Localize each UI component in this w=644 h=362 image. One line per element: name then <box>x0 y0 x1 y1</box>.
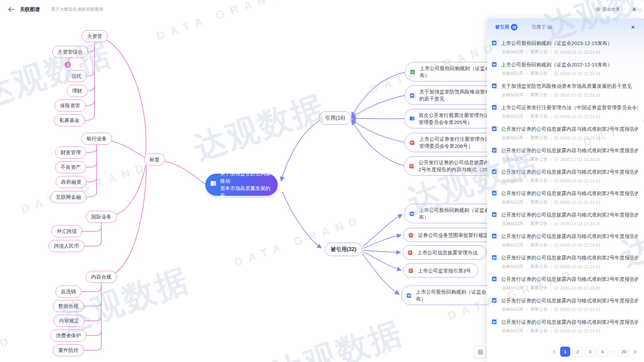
doc-green-icon: X <box>410 69 416 75</box>
document-tag: 重要公告 <box>530 199 548 205</box>
doc-word-icon: W <box>410 92 416 98</box>
svg-text:W: W <box>493 299 496 302</box>
word-doc-icon: W <box>492 168 498 176</box>
document-list-item[interactable]: W 公开发行证券的公司信息披露内容与格式准则第2号年度报告的内... 金融知识库… <box>487 123 644 144</box>
document-time: 2020-12-21 22:23:31 <box>554 264 601 269</box>
mindmap-group-node[interactable]: 国际业务 <box>86 211 117 223</box>
mindmap-leaf-node[interactable]: 案件防控 <box>53 344 84 356</box>
clock-icon <box>554 157 558 162</box>
citing-doc-node[interactable]: P上市公司信息披露管理办法 <box>402 245 486 259</box>
collapsed-count-badge[interactable]: 3 <box>65 62 71 68</box>
mindmap-tag-node[interactable]: 标签 <box>144 154 165 166</box>
exit-fullscreen-button[interactable]: 退出全屏 <box>596 0 620 19</box>
document-source: 金融知识库 <box>502 242 524 248</box>
document-list-item[interactable]: W 公开发行证券的公司信息披露内容与格式准则第2号年度报告的内... 金融知识库… <box>487 209 644 230</box>
document-source: 金融知识库 <box>502 70 524 76</box>
doc-word-icon: W <box>492 39 498 46</box>
document-time: 2020-12-21 22:23:31 <box>554 243 601 248</box>
doc-word-icon: W <box>407 292 413 298</box>
svg-text:W: W <box>493 191 496 195</box>
mindmap-leaf-node[interactable]: 互联网金融 <box>51 191 87 203</box>
document-tag: 重要公告 <box>530 285 548 291</box>
page-button[interactable]: 4 <box>597 347 607 357</box>
document-time: 2020-12-21 22:23:31 <box>554 286 601 291</box>
back-button[interactable] <box>8 7 14 12</box>
tab-cited-by[interactable]: 被引用 16 <box>495 24 518 31</box>
mindmap-leaf-node[interactable]: 政府融资 <box>56 176 87 188</box>
mindmap-leaf-node[interactable]: 私募基金 <box>54 114 85 126</box>
svg-text:W: W <box>411 212 414 216</box>
close-icon[interactable]: ✕ <box>632 0 637 19</box>
mindmap-cited-node[interactable]: 引用(16) <box>319 111 351 125</box>
mindmap-center-node[interactable]: 关于加强监管防范风险推动 资本市场高质量发展的若... <box>205 174 278 196</box>
word-doc-icon: W <box>492 275 498 283</box>
document-list-item[interactable]: W 上市公司股份回购规则（证监会2022-12-15发布） 金融知识库 / 重要… <box>487 59 644 80</box>
mindmap-leaf-node[interactable]: 信托 <box>66 70 87 82</box>
page-ellipsis[interactable]: ⋯ <box>610 349 616 354</box>
doc-word-icon: W <box>492 254 498 260</box>
document-list-item[interactable]: W 上市公司股份回购规则（证监会2023-12-15发布） 金融知识库 / 重要… <box>487 37 644 59</box>
page-button[interactable]: 3 <box>585 347 595 357</box>
document-title: 上市公司股份回购规则（证监会2022-12-15发布） <box>501 62 612 68</box>
mindmap-leaf-node[interactable]: 消费者保护 <box>51 329 87 342</box>
mindmap-group-node[interactable]: 银行业务 <box>81 133 112 145</box>
svg-text:W: W <box>493 320 496 324</box>
tab-cites[interactable]: 引用了 32 <box>532 24 552 30</box>
document-list-item[interactable]: W 公开发行证券的公司信息披露内容与格式准则第2号年度报告的内... 金融知识库… <box>487 187 644 209</box>
doc-ppt-icon: P <box>410 139 416 145</box>
document-list-item[interactable]: W 公开发行证券的公司信息披露内容与格式准则第2号年度报告的内... 金融知识库… <box>487 295 644 316</box>
document-list-item[interactable]: W 公开发行证券的公司信息披露内容与格式准则第2号年度报告的内... 金融知识库… <box>487 144 644 166</box>
doc-ppt-icon: P <box>408 249 414 255</box>
cited-count-badge: 16 <box>511 24 518 31</box>
page-button[interactable]: 20 <box>619 347 629 357</box>
doc-word-icon: W <box>492 189 498 196</box>
document-title: 公开发行证券的公司信息披露内容与格式准则第2号年度报告的内... <box>501 276 638 283</box>
minimap-toggle-button[interactable] <box>474 346 486 358</box>
document-source: 金融知识库 <box>502 306 524 312</box>
document-list-item[interactable]: W 关于加强监管防范风险推动资本市场高质量发展的若干意见 金融知识库 / 重要公… <box>487 80 644 102</box>
mindmap-group-node[interactable]: 内容合规 <box>86 271 117 283</box>
document-list-item[interactable]: W 公开发行证券的公司信息披露内容与格式准则第2号年度报告的内... 金融知识库… <box>487 316 644 338</box>
document-tag: 重要公告 <box>530 306 548 312</box>
document-title: 公开发行证券的公司信息披露内容与格式准则第2号年度报告的内... <box>501 255 638 261</box>
svg-text:X: X <box>412 70 414 74</box>
word-doc-icon: W <box>492 39 498 47</box>
document-source: 金融知识库 <box>502 221 524 227</box>
mindmap-leaf-node[interactable]: 数据合规 <box>53 300 84 312</box>
panel-close-icon[interactable]: ✕ <box>631 18 635 36</box>
mindmap-citing-node[interactable]: 被引用(32) <box>325 243 362 256</box>
mindmap-leaf-node[interactable]: 理财 <box>67 85 88 97</box>
document-source: 金融知识库 <box>502 113 524 119</box>
page-button[interactable]: 1 <box>560 347 570 357</box>
mindmap-leaf-node[interactable]: 反洗钱 <box>56 286 82 298</box>
doc-word-icon: W <box>410 210 416 217</box>
citing-doc-node[interactable]: P上市公司监管指引第3号 <box>403 263 478 278</box>
mindmap-leaf-node[interactable]: 内审规定 <box>54 315 85 327</box>
page-next-icon[interactable] <box>631 347 639 357</box>
mindmap-leaf-node[interactable]: 不良资产 <box>55 161 86 173</box>
document-title: 公开发行证券的公司信息披露内容与格式准则第2号年度报告的内... <box>501 298 638 304</box>
mindmap-group-node[interactable]: 大资管 <box>82 30 108 42</box>
citation-panel: 被引用 16 引用了 32 ✕ W 上市公司股份回购规则（证监会2023-12-… <box>487 18 644 362</box>
document-title: 公开发行证券的公司信息披露内容与格式准则第2号年度报告的内... <box>501 212 638 218</box>
doc-node-title: 首次公开发行股票注册管理办法管理委员会令第205号） <box>419 112 489 126</box>
mindmap-leaf-node[interactable]: 保险资管 <box>55 100 86 112</box>
document-source: 金融知识库 <box>502 199 524 205</box>
doc-ppt-icon: P <box>409 163 415 169</box>
mindmap-leaf-node[interactable]: 外汇跨境 <box>51 225 82 237</box>
document-source: 金融知识库 <box>502 263 524 269</box>
mindmap-leaf-node[interactable]: 财富管理 <box>55 146 86 159</box>
document-source: 金融知识库 <box>502 178 524 184</box>
document-list-item[interactable]: W 公开发行证券的公司信息披露内容与格式准则第2号年度报告的内... 金融知识库… <box>487 273 644 295</box>
document-list-item[interactable]: W 公开发行证券的公司信息披露内容与格式准则第2号年度报告的内... 金融知识库… <box>487 166 644 187</box>
clock-icon <box>554 243 558 247</box>
svg-text:W: W <box>493 84 496 88</box>
doc-ppt-icon: P <box>409 163 415 169</box>
document-list-item[interactable]: W 公开发行证券的公司信息披露内容与格式准则第2号年度报告的内... 金融知识库… <box>487 252 644 273</box>
page-prev-icon[interactable] <box>550 347 558 357</box>
document-list-item[interactable]: W 公开发行证券的公司信息披露内容与格式准则第2号年度报告的内... 金融知识库… <box>487 230 644 252</box>
mindmap-leaf-node[interactable]: 跨境人民币 <box>49 240 85 252</box>
page-button[interactable]: 2 <box>573 347 583 357</box>
mindmap-leaf-node[interactable]: 大资管综合 <box>52 46 88 58</box>
document-list-item[interactable]: W 上市公司证券发行注册管理办法（中国证券监督管理委员会令第2... 金融知识库… <box>487 102 644 123</box>
